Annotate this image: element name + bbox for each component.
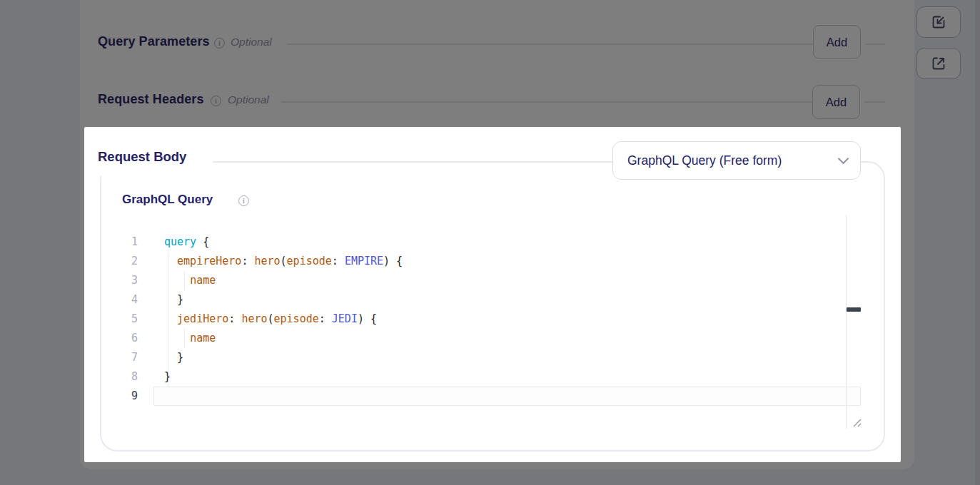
divider [281,101,812,103]
external-link-icon [931,56,946,71]
code-line[interactable]: name [164,271,216,290]
page-scrollbar[interactable] [975,0,980,485]
line-number: 7 [122,348,138,367]
code-line[interactable]: query { [164,233,209,252]
code-line[interactable]: empireHero: hero(episode: EMPIRE) { [164,252,403,271]
request-headers-label: Request Headers [98,92,204,107]
open-external-button[interactable] [916,48,961,79]
request-body-outline-container [100,161,885,451]
line-number: 9 [122,387,138,406]
body-type-select[interactable]: GraphQL Query (Free form) [612,141,861,180]
query-parameters-optional-badge: Optional [231,36,272,48]
line-number: 8 [122,367,138,387]
chevron-down-icon [838,153,849,164]
import-into-box-button[interactable] [916,6,961,38]
import-into-box-icon [931,14,946,30]
active-line-highlight [153,387,861,406]
code-line[interactable]: } [164,348,183,367]
editor-scroll-track [846,215,847,429]
graphql-query-label: GraphQL Query [122,193,213,207]
resize-grip-icon[interactable] [851,417,862,428]
line-number: 3 [122,271,138,290]
code-line[interactable]: name [164,329,216,348]
code-line[interactable]: } [164,367,171,387]
info-icon[interactable]: i [214,38,225,48]
code-line[interactable]: } [164,290,183,310]
divider-end-segment [865,44,885,45]
line-number: 4 [122,290,138,310]
query-parameters-label: Query Parameters [98,34,210,49]
info-icon[interactable]: i [238,195,249,206]
line-number: 5 [122,310,138,329]
divider [287,44,813,45]
divider-end-segment [864,101,885,103]
body-type-selected-value: GraphQL Query (Free form) [627,153,839,168]
line-number: 2 [122,252,138,271]
line-number: 6 [122,329,138,348]
info-icon[interactable]: i [211,96,221,106]
editor-scrollbar-thumb[interactable] [847,307,861,312]
request-body-label: Request Body [98,149,186,165]
code-line[interactable]: jediHero: hero(episode: JEDI) { [164,310,377,329]
add-query-parameter-button[interactable]: Add [813,25,861,59]
add-request-header-button[interactable]: Add [812,85,860,119]
request-headers-optional-badge: Optional [228,93,269,106]
line-number: 1 [122,233,138,252]
